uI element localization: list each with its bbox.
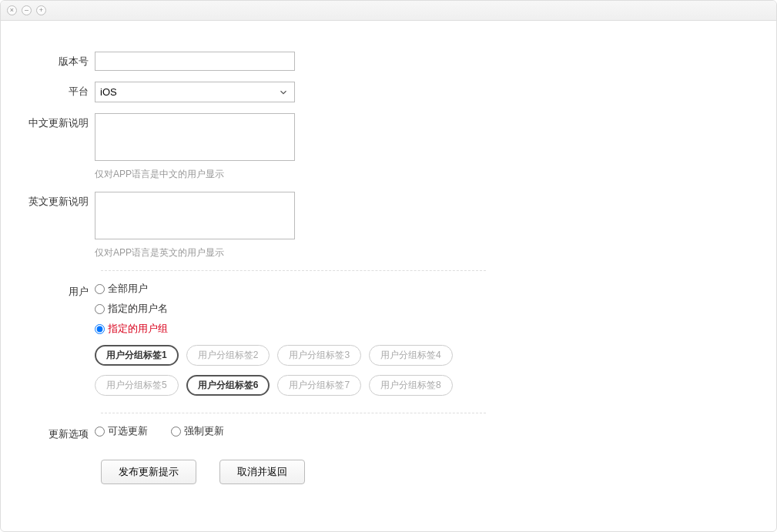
cancel-button[interactable]: 取消并返回 bbox=[219, 460, 305, 484]
group-tags-row-1: 用户分组标签1 用户分组标签2 用户分组标签3 用户分组标签4 bbox=[95, 345, 453, 366]
group-tag-7[interactable]: 用户分组标签7 bbox=[277, 375, 361, 396]
user-radio-byname[interactable]: 指定的用户名 bbox=[95, 302, 453, 316]
group-tag-4[interactable]: 用户分组标签4 bbox=[369, 345, 453, 366]
version-input[interactable] bbox=[95, 52, 295, 71]
update-force[interactable]: 强制更新 bbox=[171, 424, 224, 438]
form-content: 版本号 平台 iOS 中文更新说明 bbox=[1, 21, 776, 507]
row-user: 用户 全部用户 指定的用户名 指定的用户组 bbox=[24, 282, 753, 402]
group-tag-3[interactable]: 用户分组标签3 bbox=[277, 345, 361, 366]
user-radio-bygroup[interactable]: 指定的用户组 bbox=[95, 322, 453, 336]
platform-select[interactable]: iOS bbox=[95, 82, 295, 102]
user-radio-all-label: 全部用户 bbox=[108, 282, 148, 296]
update-force-label: 强制更新 bbox=[184, 424, 224, 438]
group-tag-6[interactable]: 用户分组标签6 bbox=[186, 375, 270, 396]
row-update-option: 更新选项 可选更新 强制更新 bbox=[24, 424, 753, 441]
user-radio-bygroup-input[interactable] bbox=[95, 324, 105, 334]
titlebar: × – + bbox=[1, 1, 776, 21]
platform-label: 平台 bbox=[24, 82, 95, 99]
row-cn-desc: 中文更新说明 仅对APP语言是中文的用户显示 bbox=[24, 113, 753, 181]
group-tag-2[interactable]: 用户分组标签2 bbox=[186, 345, 270, 366]
update-optional[interactable]: 可选更新 bbox=[95, 424, 148, 438]
button-row: 发布更新提示 取消并返回 bbox=[101, 460, 753, 484]
update-optional-input[interactable] bbox=[95, 427, 105, 437]
user-radio-bygroup-label: 指定的用户组 bbox=[108, 322, 168, 336]
user-radio-byname-input[interactable] bbox=[95, 304, 105, 314]
cn-desc-hint: 仅对APP语言是中文的用户显示 bbox=[95, 168, 295, 181]
submit-button[interactable]: 发布更新提示 bbox=[101, 460, 196, 484]
row-version: 版本号 bbox=[24, 52, 753, 71]
zoom-button[interactable]: + bbox=[36, 5, 46, 15]
group-tag-5[interactable]: 用户分组标签5 bbox=[95, 375, 179, 396]
group-tag-1[interactable]: 用户分组标签1 bbox=[95, 345, 179, 366]
update-option-label: 更新选项 bbox=[24, 424, 95, 441]
close-button[interactable]: × bbox=[7, 5, 17, 15]
update-force-input[interactable] bbox=[171, 427, 181, 437]
cn-desc-textarea[interactable] bbox=[95, 113, 295, 161]
row-platform: 平台 iOS bbox=[24, 82, 753, 102]
group-tags-row-2: 用户分组标签5 用户分组标签6 用户分组标签7 用户分组标签8 bbox=[95, 375, 453, 396]
user-label: 用户 bbox=[24, 282, 95, 299]
user-radio-byname-label: 指定的用户名 bbox=[108, 302, 168, 316]
version-label: 版本号 bbox=[24, 52, 95, 69]
update-optional-label: 可选更新 bbox=[108, 424, 148, 438]
user-radio-all[interactable]: 全部用户 bbox=[95, 282, 453, 296]
user-radio-list: 全部用户 指定的用户名 指定的用户组 bbox=[95, 282, 453, 336]
window: × – + 版本号 平台 iOS bbox=[0, 0, 777, 532]
row-en-desc: 英文更新说明 仅对APP语言是英文的用户显示 bbox=[24, 192, 753, 259]
cn-desc-label: 中文更新说明 bbox=[24, 113, 95, 130]
user-radio-all-input[interactable] bbox=[95, 284, 105, 294]
en-desc-hint: 仅对APP语言是英文的用户显示 bbox=[95, 246, 295, 259]
minimize-button[interactable]: – bbox=[22, 5, 32, 15]
divider bbox=[101, 413, 486, 413]
update-option-radios: 可选更新 强制更新 bbox=[95, 424, 224, 438]
en-desc-textarea[interactable] bbox=[95, 192, 295, 239]
divider bbox=[101, 270, 486, 271]
group-tag-8[interactable]: 用户分组标签8 bbox=[369, 375, 453, 396]
en-desc-label: 英文更新说明 bbox=[24, 192, 95, 209]
